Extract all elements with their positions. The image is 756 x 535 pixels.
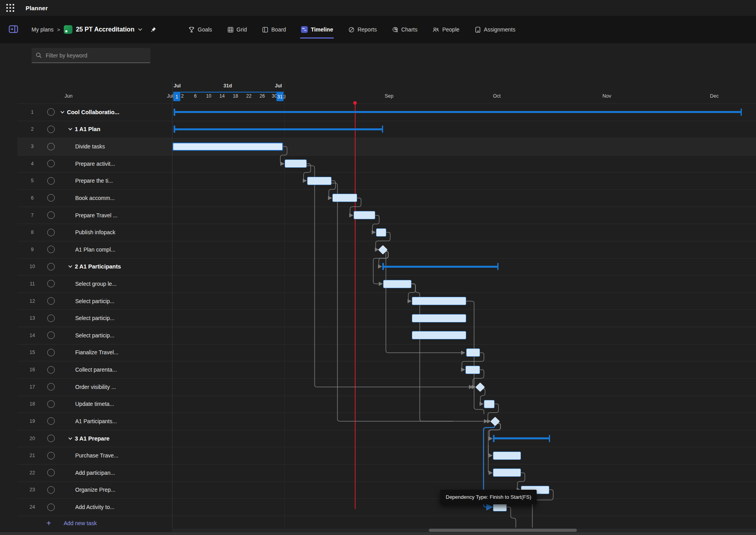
task-bar-row-18[interactable]: [484, 400, 495, 408]
dependency-line[interactable]: [507, 507, 516, 528]
dependency-line[interactable]: [307, 166, 472, 387]
task-bar-row-4[interactable]: [285, 159, 307, 168]
task-bar-row-6[interactable]: [332, 194, 357, 202]
task-bar-row-15[interactable]: [466, 348, 480, 357]
task-bar-row-8[interactable]: [376, 228, 386, 237]
summary-bar-row-2[interactable]: [174, 126, 383, 133]
summary-bar-row-20[interactable]: [493, 435, 550, 442]
dependency-tooltip: Dependency Type: Finish to Start(FS): [440, 490, 537, 504]
dependency-line[interactable]: [466, 301, 484, 414]
planner-timeline-screen: Planner My plans > 25 PT Accreditation G…: [0, 0, 756, 535]
task-bar-row-21[interactable]: [493, 452, 521, 460]
task-bar-row-12[interactable]: [412, 297, 466, 305]
summary-bar-row-10[interactable]: [382, 263, 498, 270]
task-bar-row-5[interactable]: [307, 177, 332, 185]
task-bar-row-13[interactable]: [412, 314, 466, 322]
task-bar-row-3[interactable]: [172, 143, 283, 151]
dependency-connectors: [0, 0, 756, 535]
task-bar-row-14[interactable]: [412, 331, 466, 339]
task-bar-row-7[interactable]: [354, 211, 375, 219]
task-bar-row-22[interactable]: [493, 468, 521, 477]
dependency-line[interactable]: [488, 445, 492, 473]
task-bar-row-11[interactable]: [383, 280, 411, 288]
task-bar-row-16[interactable]: [465, 366, 480, 374]
summary-bar-row-1[interactable]: [174, 109, 742, 116]
